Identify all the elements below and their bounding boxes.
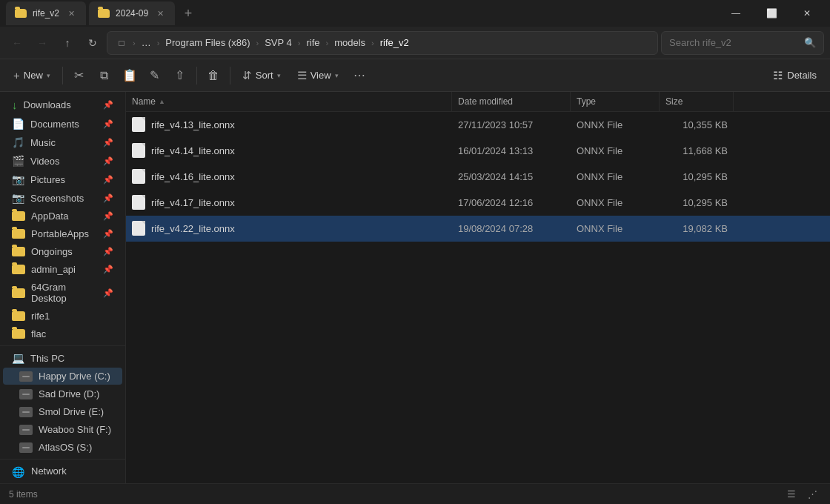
sidebar-item-label: AppData xyxy=(31,210,69,222)
file-name-cell: rife_v4.22_lite.onnx xyxy=(126,217,452,239)
close-button[interactable]: ✕ xyxy=(790,1,824,25)
sidebar-item-drive-c[interactable]: Happy Drive (C:) xyxy=(3,368,122,385)
tab-close-btn[interactable]: ✕ xyxy=(65,7,77,19)
sidebar-item-admin-api[interactable]: admin_api 📌 xyxy=(3,261,122,278)
sidebar-item-label: Happy Drive (C:) xyxy=(39,371,110,382)
sidebar-item-portableapps[interactable]: PortableApps 📌 xyxy=(3,225,122,242)
address-bar[interactable]: □ › … › Program Files (x86) › SVP 4 › ri… xyxy=(107,31,658,55)
file-icon xyxy=(132,117,145,132)
grid-view-button[interactable]: ⋰ xyxy=(803,486,821,503)
tab-rife-v2[interactable]: rife_v2 ✕ xyxy=(6,1,86,25)
sidebar-item-network[interactable]: 🌐 Network xyxy=(3,462,122,480)
sidebar-item-flac[interactable]: flac xyxy=(3,325,122,342)
details-button[interactable]: ☷ Details xyxy=(766,64,824,87)
breadcrumb-current[interactable]: rife_v2 xyxy=(377,36,412,50)
sort-arrow-name: ▲ xyxy=(159,98,165,105)
sidebar-item-label: Sad Drive (D:) xyxy=(39,388,99,399)
toolbar-separator-2 xyxy=(196,67,197,84)
breadcrumb-programfiles[interactable]: Program Files (x86) xyxy=(162,36,253,50)
sidebar-item-pictures[interactable]: 📷 Pictures 📌 xyxy=(3,170,122,188)
view-button[interactable]: ☰ View ▾ xyxy=(290,64,346,87)
this-pc-icon: 💻 xyxy=(12,352,24,364)
minimize-button[interactable]: — xyxy=(719,1,753,25)
new-dropdown-icon: ▾ xyxy=(47,72,50,79)
tab-label: rife_v2 xyxy=(33,8,59,19)
list-view-button[interactable]: ☰ xyxy=(783,486,800,503)
sidebar-item-label: Downloads xyxy=(24,99,71,110)
tab-close-btn-2[interactable]: ✕ xyxy=(154,7,166,19)
refresh-button[interactable]: ↻ xyxy=(82,32,104,54)
breadcrumb-sep-1: › xyxy=(157,39,160,47)
copy-button[interactable]: ⧉ xyxy=(93,64,116,87)
breadcrumb-sep-2: › xyxy=(256,39,259,47)
breadcrumb-svp4[interactable]: SVP 4 xyxy=(262,36,295,50)
breadcrumb-models[interactable]: models xyxy=(331,36,368,50)
file-date-cell: 17/06/2024 12:16 xyxy=(452,193,571,212)
sidebar-item-drive-e[interactable]: Smol Drive (E:) xyxy=(3,403,122,420)
sidebar-item-screenshots[interactable]: 📷 Screenshots 📌 xyxy=(3,189,122,207)
paste-button[interactable]: 📋 xyxy=(118,64,142,87)
breadcrumb-rife[interactable]: rife xyxy=(303,36,322,50)
sidebar-item-music[interactable]: 🎵 Music 📌 xyxy=(3,133,122,151)
file-icon xyxy=(132,143,145,158)
sidebar-item-rife1[interactable]: rife1 xyxy=(3,308,122,325)
new-label: New xyxy=(24,70,43,81)
file-date-cell: 25/03/2024 14:15 xyxy=(452,168,571,186)
up-button[interactable]: ↑ xyxy=(56,32,79,54)
col-header-size[interactable]: Size xyxy=(660,92,734,111)
table-row[interactable]: rife_v4.13_lite.onnx 27/11/2023 10:57 ON… xyxy=(126,112,830,138)
music-icon: 🎵 xyxy=(12,136,24,148)
breadcrumb-sep-4: › xyxy=(326,39,329,47)
sidebar-item-appdata[interactable]: AppData 📌 xyxy=(3,208,122,225)
network-icon: 🌐 xyxy=(12,466,25,477)
cut-button[interactable]: ✂ xyxy=(67,64,91,87)
delete-button[interactable]: 🗑 xyxy=(202,64,225,87)
breadcrumb-more[interactable]: … xyxy=(139,36,154,50)
new-tab-button[interactable]: + xyxy=(178,3,199,24)
table-row[interactable]: rife_v4.22_lite.onnx 19/08/2024 07:28 ON… xyxy=(126,216,830,242)
sidebar-item-drive-d[interactable]: Sad Drive (D:) xyxy=(3,385,122,402)
sort-button[interactable]: ⇵ Sort ▾ xyxy=(235,64,288,87)
table-row[interactable]: rife_v4.16_lite.onnx 25/03/2024 14:15 ON… xyxy=(126,164,830,190)
sidebar-item-label: admin_api xyxy=(31,264,76,275)
file-type-cell: ONNX File xyxy=(571,219,660,238)
share-button[interactable]: ⇧ xyxy=(168,64,192,87)
sidebar: ↓ Downloads 📌 📄 Documents 📌 🎵 Music 📌 🎬 … xyxy=(0,92,126,483)
back-button[interactable]: ← xyxy=(6,32,28,54)
downloads-icon: ↓ xyxy=(12,99,18,111)
maximize-button[interactable]: ⬜ xyxy=(754,1,788,25)
rename-button[interactable]: ✎ xyxy=(143,64,167,87)
tab-2024-09[interactable]: 2024-09 ✕ xyxy=(89,1,175,25)
col-header-name[interactable]: Name ▲ xyxy=(126,92,452,111)
folder-icon xyxy=(12,329,25,339)
sidebar-item-64gram[interactable]: 64Gram Desktop 📌 xyxy=(3,279,122,307)
sidebar-item-ongoings[interactable]: Ongoings 📌 xyxy=(3,243,122,260)
col-header-date[interactable]: Date modified xyxy=(452,92,571,111)
breadcrumb-sep-3: › xyxy=(298,39,301,47)
sidebar-item-label: AtlasOS (S:) xyxy=(39,442,92,453)
table-row[interactable]: rife_v4.14_lite.onnx 16/01/2024 13:13 ON… xyxy=(126,138,830,164)
sidebar-item-label: rife1 xyxy=(31,311,50,322)
sort-dropdown-icon: ▾ xyxy=(277,72,281,79)
sidebar-item-this-pc[interactable]: 💻 This PC xyxy=(3,349,122,367)
sort-label: Sort xyxy=(256,70,273,81)
nav-bar: ← → ↑ ↻ □ › … › Program Files (x86) › SV… xyxy=(0,27,830,59)
sidebar-item-label: Ongoings xyxy=(31,246,73,257)
sidebar-item-downloads[interactable]: ↓ Downloads 📌 xyxy=(3,96,122,114)
file-name-cell: rife_v4.17_lite.onnx xyxy=(126,191,452,213)
search-input[interactable] xyxy=(669,37,800,48)
sidebar-item-videos[interactable]: 🎬 Videos 📌 xyxy=(3,152,122,170)
more-options-button[interactable]: ⋯ xyxy=(348,64,371,87)
videos-icon: 🎬 xyxy=(12,155,24,167)
col-header-type[interactable]: Type xyxy=(571,92,660,111)
search-bar[interactable]: 🔍 xyxy=(661,31,824,55)
forward-button[interactable]: → xyxy=(31,32,53,54)
table-row[interactable]: rife_v4.17_lite.onnx 17/06/2024 12:16 ON… xyxy=(126,190,830,216)
sidebar-item-drive-f[interactable]: Weaboo Shit (F:) xyxy=(3,421,122,438)
sidebar-item-documents[interactable]: 📄 Documents 📌 xyxy=(3,115,122,133)
file-size-cell: 11,668 KB xyxy=(660,142,734,160)
address-expand-btn[interactable]: □ xyxy=(113,35,130,51)
new-button[interactable]: + New ▾ xyxy=(6,64,58,87)
sidebar-item-drive-s[interactable]: AtlasOS (S:) xyxy=(3,439,122,456)
sort-icon: ⇵ xyxy=(242,69,252,82)
